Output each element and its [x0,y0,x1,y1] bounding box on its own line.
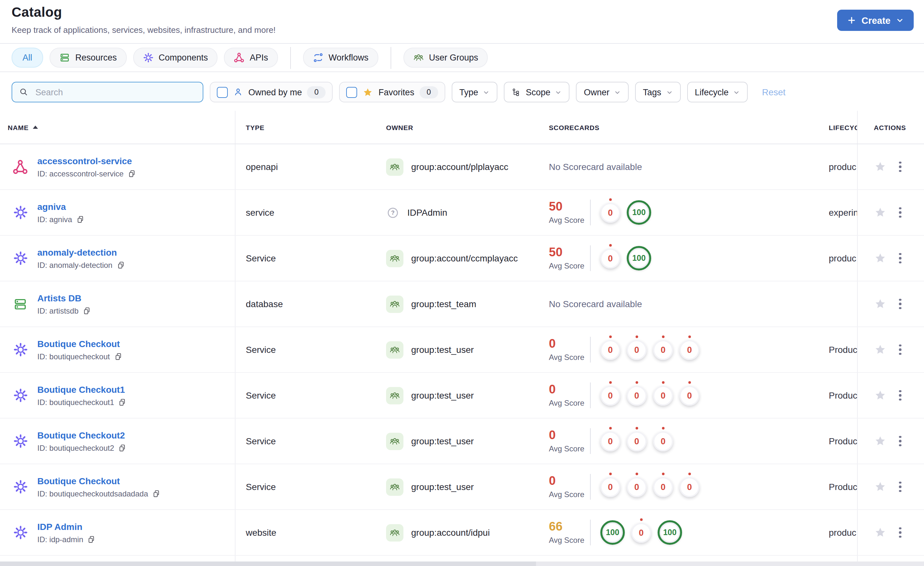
scorecard-check[interactable]: 0 [600,431,620,451]
favorite-star-icon[interactable] [874,435,886,447]
entity-name-link[interactable]: accesscontrol-service [38,155,136,166]
copy-icon[interactable] [76,215,85,224]
table-row: Boutique Checkout ID: boutiquecheckout S… [0,327,924,373]
type-cell: Service [236,253,386,263]
scorecard-check[interactable]: 0 [653,431,673,451]
entity-name-link[interactable]: Boutique Checkout2 [38,430,127,440]
scorecard-check[interactable]: 0 [680,340,699,360]
row-menu-icon[interactable] [898,206,903,219]
entity-name-link[interactable]: Boutique Checkout1 [38,384,127,394]
copy-icon[interactable] [118,443,127,452]
entity-name-link[interactable]: Artists DB [38,293,92,303]
favorites-checkbox[interactable] [346,87,357,98]
scorecard-check[interactable]: 0 [627,477,646,497]
row-menu-icon[interactable] [898,480,903,494]
scorecard-check[interactable]: 0 [680,477,699,497]
scorecard-check[interactable]: 0 [600,477,620,497]
tab-resources[interactable]: Resources [50,48,126,68]
group-icon [386,387,404,404]
favorite-star-icon[interactable] [874,252,886,265]
avg-score-value: 0 [549,429,577,442]
create-button[interactable]: Create [837,10,914,31]
entity-name-link[interactable]: agniva [38,201,85,212]
favorite-star-icon[interactable] [874,389,886,402]
copy-icon[interactable] [118,397,127,406]
entity-name-link[interactable]: anomaly-detection [38,247,125,257]
favorite-star-icon[interactable] [874,526,886,539]
scope-filter[interactable]: Scope [504,82,570,102]
entity-name-link[interactable]: IDP Admin [38,521,96,531]
scorecard-check[interactable]: 0 [653,385,673,405]
table-row: anomaly-detection ID: anomaly-detection … [0,236,924,281]
entity-name-link[interactable]: Boutique Checkout [38,339,123,349]
horizontal-scrollbar-thumb[interactable] [0,561,536,566]
owned-by-me-filter[interactable]: Owned by me 0 [210,82,333,102]
tab-workflows[interactable]: Workflows [303,48,378,68]
scorecard-check[interactable]: 0 [600,340,620,360]
tab-all[interactable]: All [12,48,43,68]
column-header-name[interactable]: NAME [0,111,236,144]
lifecycle-filter[interactable]: Lifecycle [687,82,748,102]
copy-icon[interactable] [116,260,125,269]
tab-components[interactable]: Components [133,48,218,68]
owner-label: group:test_user [411,436,474,446]
scorecard-checks: 0000 [600,477,699,497]
tab-user-groups[interactable]: User Groups [403,48,488,68]
type-filter[interactable]: Type [452,82,498,102]
scorecard-check[interactable]: 100 [658,520,682,545]
favorite-star-icon[interactable] [874,343,886,356]
row-menu-icon[interactable] [898,343,903,357]
scorecard-check[interactable]: 0 [627,385,646,405]
tab-apis[interactable]: APIs [224,48,278,68]
copy-icon[interactable] [152,489,161,498]
row-menu-icon[interactable] [898,298,903,311]
copy-icon[interactable] [128,169,136,178]
lifecycle-cell: Produc [829,436,857,446]
search-input[interactable] [34,87,196,98]
row-menu-icon[interactable] [898,160,903,173]
scorecard-check[interactable]: 100 [600,520,625,545]
scorecard-check[interactable]: 0 [653,477,673,497]
scorecard-check[interactable]: 0 [627,431,646,451]
owner-label: IDPAdmin [407,207,447,218]
table-body: accesscontrol-service ID: accesscontrol-… [0,144,924,566]
copy-icon[interactable] [87,535,96,544]
service-entity-icon [12,250,28,266]
entity-id: ID: accesscontrol-service [38,169,123,178]
scorecard-divider [590,200,591,225]
scorecard-check[interactable]: 0 [680,385,699,405]
scorecard-check[interactable]: 0 [600,385,620,405]
owner-label: group:account/ccmplayacc [411,253,518,263]
owner-filter-label: Owner [584,87,610,97]
favorite-star-icon[interactable] [874,206,886,219]
scorecard-check[interactable]: 0 [600,248,620,268]
row-menu-icon[interactable] [898,526,903,539]
scorecard-check[interactable]: 0 [627,340,646,360]
favorite-star-icon[interactable] [874,480,886,493]
entity-name-link[interactable]: Boutique Checkout [38,476,161,486]
copy-icon[interactable] [114,352,123,361]
avg-score-label: Avg Score [549,536,577,545]
scorecard-checks: 0000 [600,385,699,405]
tags-filter[interactable]: Tags [635,82,681,102]
scorecard-check[interactable]: 0 [653,340,673,360]
reset-filters-link[interactable]: Reset [762,87,785,97]
favorite-star-icon[interactable] [874,298,886,310]
scorecard-check[interactable]: 0 [600,203,620,223]
favorite-star-icon[interactable] [874,160,886,173]
scorecard-divider [590,519,591,545]
scorecard-check[interactable]: 100 [627,246,651,271]
scorecard-check[interactable]: 100 [627,200,651,225]
scorecard-check[interactable]: 0 [631,522,651,542]
page-subtitle: Keep track of applications, services, we… [12,25,276,35]
owner-filter[interactable]: Owner [576,82,629,102]
avg-score-label: Avg Score [549,399,577,408]
row-menu-icon[interactable] [898,389,903,402]
owned-by-me-checkbox[interactable] [217,87,228,98]
row-menu-icon[interactable] [898,435,903,448]
copy-icon[interactable] [82,306,92,315]
svg-text:?: ? [391,209,395,216]
row-menu-icon[interactable] [898,252,903,265]
favorites-filter[interactable]: Favorites 0 [339,82,445,102]
horizontal-scrollbar[interactable] [0,561,924,566]
